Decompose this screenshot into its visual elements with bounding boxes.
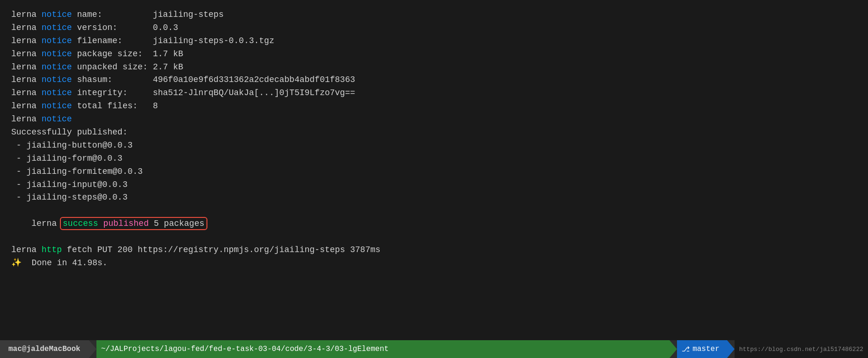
git-branch-icon: ⎇ bbox=[682, 345, 690, 354]
git-branch-name: master bbox=[692, 345, 720, 353]
statusbar-git: ⎇ master bbox=[677, 340, 727, 358]
line-filename: lerna notice filename: jiailing-steps-0.… bbox=[11, 35, 857, 48]
line-successfully: Successfully published: bbox=[11, 126, 857, 139]
statusbar: mac@jaldeMacBook ~/JALProjects/lagou-fed… bbox=[0, 340, 868, 358]
statusbar-url: https://blog.csdn.net/jal517486222 bbox=[735, 340, 868, 358]
line-totalfiles: lerna notice total files: 8 bbox=[11, 100, 857, 113]
line-pkg1: - jiailing-button@0.0.3 bbox=[11, 139, 857, 152]
line-pkg3: - jiailing-formitem@0.0.3 bbox=[11, 165, 857, 179]
line-name: lerna notice name: jiailing-steps bbox=[11, 8, 857, 22]
terminal: lerna notice name: jiailing-steps lerna … bbox=[0, 0, 868, 340]
line-version: lerna notice version: 0.0.3 bbox=[11, 22, 857, 35]
statusbar-arrow1 bbox=[89, 340, 96, 358]
line-success: lerna success published 5 packages bbox=[11, 204, 857, 244]
line-integrity: lerna notice integrity: sha512-JlnrqBQ/U… bbox=[11, 87, 857, 100]
line-shasum: lerna notice shasum: 496f0a10e9f6d331362… bbox=[11, 74, 857, 87]
line-pkg4: - jiailing-input@0.0.3 bbox=[11, 179, 857, 192]
line-unpacked: lerna notice unpacked size: 2.7 kB bbox=[11, 61, 857, 74]
statusbar-path: ~/JALProjects/lagou-fed/fed-e-task-03-04… bbox=[96, 340, 670, 358]
statusbar-arrow3 bbox=[727, 340, 735, 358]
statusbar-user: mac@jaldeMacBook bbox=[0, 340, 89, 358]
line-pkg5: - jiailing-steps@0.0.3 bbox=[11, 191, 857, 204]
line-http: lerna http fetch PUT 200 https://registr… bbox=[11, 244, 857, 257]
line-pkg2: - jiailing-form@0.0.3 bbox=[11, 152, 857, 165]
line-done: ✨ Done in 41.98s. bbox=[11, 257, 857, 270]
statusbar-arrow2 bbox=[669, 340, 677, 358]
line-pkgsize: lerna notice package size: 1.7 kB bbox=[11, 48, 857, 61]
line-notice-empty: lerna notice bbox=[11, 113, 857, 126]
